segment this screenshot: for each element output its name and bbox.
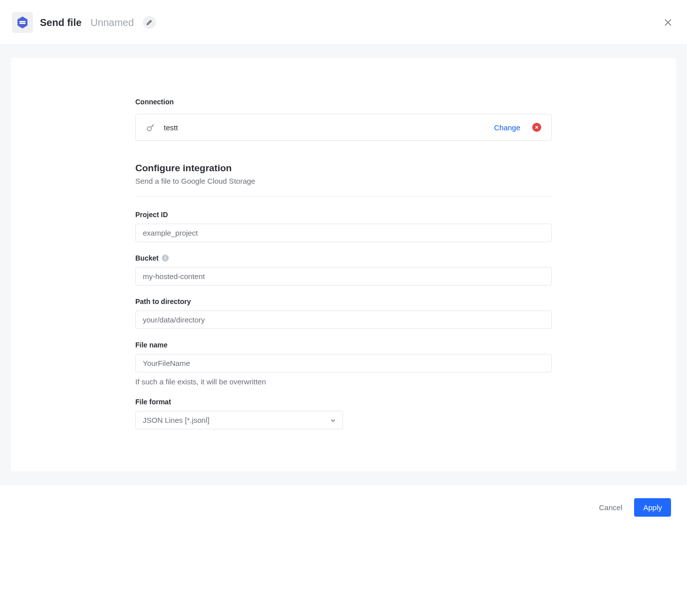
format-label: File format — [135, 398, 552, 406]
path-label: Path to directory — [135, 298, 552, 306]
connection-label: Connection — [135, 98, 552, 106]
svg-rect-2 — [19, 23, 25, 24]
header-bar: Send file Unnamed — [0, 0, 687, 44]
bucket-label-text: Bucket — [135, 254, 159, 262]
info-icon[interactable]: i — [162, 255, 169, 262]
edit-title-button[interactable] — [143, 16, 156, 29]
page-body: Connection testt Change — [0, 44, 687, 485]
field-path: Path to directory — [135, 298, 552, 329]
svg-marker-0 — [17, 16, 27, 28]
svg-point-3 — [147, 127, 151, 131]
card-inner: Connection testt Change — [135, 98, 552, 429]
apply-button[interactable]: Apply — [634, 498, 671, 517]
change-connection-button[interactable]: Change — [494, 123, 520, 132]
page-title: Send file — [40, 17, 81, 28]
bucket-label: Bucket i — [135, 254, 552, 262]
divider — [135, 196, 552, 197]
project-id-label: Project ID — [135, 211, 552, 219]
connection-actions: Change — [494, 123, 541, 132]
configure-description: Send a file to Google Cloud Storage — [135, 177, 552, 185]
filename-label: File name — [135, 341, 552, 349]
field-filename: File name If such a file exists, it will… — [135, 341, 552, 386]
format-select-wrap: JSON Lines [*.jsonl] — [135, 411, 343, 429]
connection-box: testt Change — [135, 114, 552, 141]
field-bucket: Bucket i — [135, 254, 552, 286]
connection-name: testt — [164, 123, 178, 132]
filename-input[interactable] — [135, 354, 552, 372]
svg-rect-1 — [19, 21, 25, 22]
config-card: Connection testt Change — [11, 58, 676, 471]
bucket-input[interactable] — [135, 267, 552, 286]
configure-title: Configure integration — [135, 163, 552, 174]
close-button[interactable] — [661, 15, 675, 29]
project-id-input[interactable] — [135, 224, 552, 242]
filename-hint: If such a file exists, it will be overwr… — [135, 377, 552, 386]
path-input[interactable] — [135, 310, 552, 329]
remove-connection-button[interactable] — [532, 123, 541, 132]
cancel-button[interactable]: Cancel — [599, 503, 623, 512]
header-left: Send file Unnamed — [12, 12, 156, 33]
x-icon — [535, 125, 539, 129]
footer-bar: Cancel Apply — [0, 485, 687, 517]
app-icon — [12, 12, 33, 33]
connection-info: testt — [146, 122, 178, 132]
pencil-icon — [146, 19, 152, 25]
google-cloud-storage-icon — [15, 15, 29, 29]
page-subtitle: Unnamed — [90, 17, 134, 28]
field-format: File format JSON Lines [*.jsonl] — [135, 398, 552, 429]
close-icon — [664, 18, 672, 26]
key-icon — [146, 122, 156, 132]
field-project-id: Project ID — [135, 211, 552, 242]
format-select[interactable]: JSON Lines [*.jsonl] — [135, 411, 343, 429]
